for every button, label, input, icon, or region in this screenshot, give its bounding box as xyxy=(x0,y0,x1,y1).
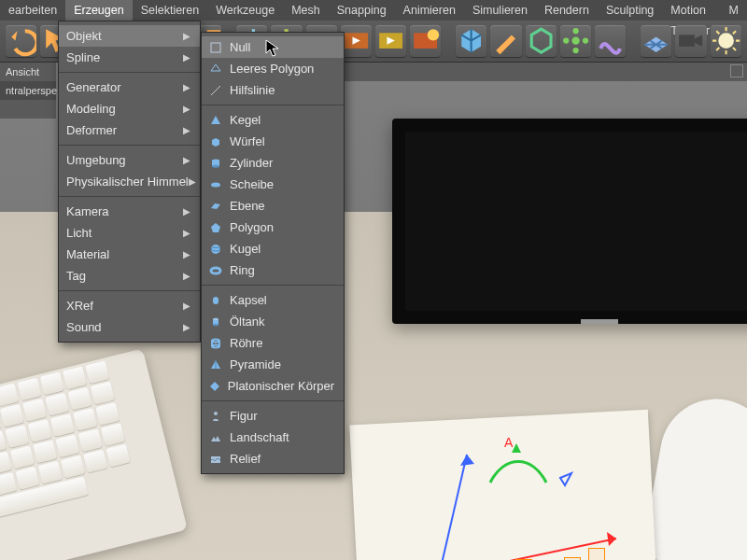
cube-icon xyxy=(207,134,224,149)
capsule-icon xyxy=(207,293,224,308)
svg-line-21 xyxy=(439,455,467,560)
menu-selektieren[interactable]: Selektieren xyxy=(133,0,208,21)
sphere-icon xyxy=(207,242,224,257)
undo-button[interactable] xyxy=(6,25,36,57)
menu-objekt-submenu: Null Leeres Polygon Hilfslinie Kegel Wür… xyxy=(201,32,345,474)
light-button[interactable] xyxy=(711,25,741,57)
svg-point-47 xyxy=(212,344,219,347)
floor-button[interactable] xyxy=(641,25,671,57)
svg-rect-17 xyxy=(680,35,696,47)
menu-item-modeling[interactable]: Modeling▶ xyxy=(59,98,200,119)
svg-marker-35 xyxy=(211,203,220,209)
chevron-right-icon: ▶ xyxy=(183,125,190,135)
submenu-item-roehre[interactable]: Röhre xyxy=(202,332,344,354)
svg-line-29 xyxy=(211,86,220,95)
submenu-item-platonisch[interactable]: Platonischer Körper xyxy=(202,375,344,397)
pyramid-icon xyxy=(207,357,224,372)
menu-rendern[interactable]: Rendern xyxy=(536,0,598,21)
cylinder-icon xyxy=(207,156,224,171)
submenu-item-zylinder[interactable]: Zylinder xyxy=(202,152,344,174)
submenu-item-ebene[interactable]: Ebene xyxy=(202,195,344,217)
view-label[interactable]: Ansicht xyxy=(0,63,56,81)
submenu-item-kegel[interactable]: Kegel xyxy=(202,109,344,131)
menu-erzeugen[interactable]: Erzeugen xyxy=(65,0,133,21)
submenu-item-pyramide[interactable]: Pyramide xyxy=(202,354,344,375)
submenu-item-landschaft[interactable]: Landschaft xyxy=(202,427,344,448)
projection-label[interactable]: ntralperspe xyxy=(0,81,56,100)
submenu-item-polygon[interactable]: Polygon xyxy=(202,217,344,238)
svg-marker-22 xyxy=(460,455,474,466)
render-settings-button[interactable] xyxy=(410,25,441,57)
viewport-menu-icon[interactable] xyxy=(730,64,743,77)
svg-marker-20 xyxy=(607,532,616,546)
submenu-item-oeltank[interactable]: Öltank xyxy=(202,311,344,332)
submenu-item-scheibe[interactable]: Scheibe xyxy=(202,174,344,195)
plane-icon xyxy=(207,199,224,214)
submenu-item-relief[interactable]: Relief xyxy=(202,448,344,469)
menu-item-himmel[interactable]: Physikalischer Himmel▶ xyxy=(59,171,200,192)
platonic-icon xyxy=(207,379,222,394)
menu-item-spline[interactable]: Spline▶ xyxy=(59,47,200,68)
scene-mouse xyxy=(639,390,747,560)
svg-point-43 xyxy=(213,323,218,326)
chevron-right-icon: ▶ xyxy=(183,228,190,238)
menu-separator xyxy=(59,290,200,291)
render-pict-button[interactable] xyxy=(375,25,406,57)
torus-icon xyxy=(207,263,224,278)
chevron-right-icon: ▶ xyxy=(183,82,190,92)
cube-primitive-button[interactable] xyxy=(456,25,486,57)
guide-icon xyxy=(207,83,224,98)
menu-mesh[interactable]: Mesh xyxy=(283,0,329,21)
submenu-item-ring[interactable]: Ring xyxy=(202,259,344,281)
menu-item-licht[interactable]: Licht▶ xyxy=(59,222,200,244)
menu-item-objekt[interactable]: Objekt▶ xyxy=(59,25,200,47)
menu-item-deformer[interactable]: Deformer▶ xyxy=(59,119,200,141)
chevron-right-icon: ▶ xyxy=(183,52,190,63)
left-panel: Ansicht ntralperspe xyxy=(0,63,56,119)
svg-marker-50 xyxy=(210,382,219,391)
camera-button[interactable] xyxy=(675,25,706,57)
svg-marker-28 xyxy=(211,64,220,71)
svg-point-39 xyxy=(211,268,220,273)
svg-point-51 xyxy=(214,412,218,415)
menubar: earbeiten Erzeugen Selektieren Werkzeuge… xyxy=(0,0,747,21)
array-button[interactable] xyxy=(560,25,591,57)
menu-sculpting[interactable]: Sculpting xyxy=(598,0,662,21)
menu-item-sound[interactable]: Sound▶ xyxy=(59,316,200,338)
menu-separator xyxy=(59,196,200,197)
menu-simulieren[interactable]: Simulieren xyxy=(464,0,536,21)
submenu-item-kugel[interactable]: Kugel xyxy=(202,238,344,259)
menu-snapping[interactable]: Snapping xyxy=(329,0,395,21)
scene-keyboard xyxy=(0,348,188,560)
menu-separator xyxy=(202,400,344,401)
menu-bearbeiten[interactable]: earbeiten xyxy=(0,0,65,21)
menu-item-xref[interactable]: XRef▶ xyxy=(59,295,200,316)
svg-point-33 xyxy=(212,164,219,167)
menu-item-material[interactable]: Material▶ xyxy=(59,244,200,265)
submenu-item-figur[interactable]: Figur xyxy=(202,405,344,427)
menu-more[interactable]: M xyxy=(721,0,747,21)
svg-point-18 xyxy=(718,34,734,49)
deformer-button[interactable] xyxy=(595,25,626,57)
menu-werkzeuge[interactable]: Werkzeuge xyxy=(207,0,283,21)
generator-button[interactable] xyxy=(526,25,557,57)
submenu-item-wuerfel[interactable]: Würfel xyxy=(202,131,344,152)
svg-point-13 xyxy=(572,28,578,34)
menu-motiontracker[interactable]: Motion Tracker xyxy=(662,0,720,21)
svg-point-42 xyxy=(213,317,218,320)
oiltank-icon xyxy=(207,315,224,329)
submenu-item-null[interactable]: Null xyxy=(202,36,344,58)
figure-icon xyxy=(207,409,224,424)
submenu-item-leeres-polygon[interactable]: Leeres Polygon xyxy=(202,58,344,79)
menu-item-kamera[interactable]: Kamera▶ xyxy=(59,201,200,222)
menu-item-generator[interactable]: Generator▶ xyxy=(59,77,200,98)
menu-animieren[interactable]: Animieren xyxy=(395,0,464,21)
submenu-item-hilfslinie[interactable]: Hilfslinie xyxy=(202,79,344,101)
menu-item-umgebung[interactable]: Umgebung▶ xyxy=(59,149,200,171)
svg-point-12 xyxy=(571,37,579,45)
render-region-button[interactable] xyxy=(341,25,372,57)
spline-pen-button[interactable] xyxy=(490,25,521,57)
submenu-item-kapsel[interactable]: Kapsel xyxy=(202,289,344,311)
svg-marker-23 xyxy=(512,443,521,453)
menu-item-tag[interactable]: Tag▶ xyxy=(59,265,200,287)
